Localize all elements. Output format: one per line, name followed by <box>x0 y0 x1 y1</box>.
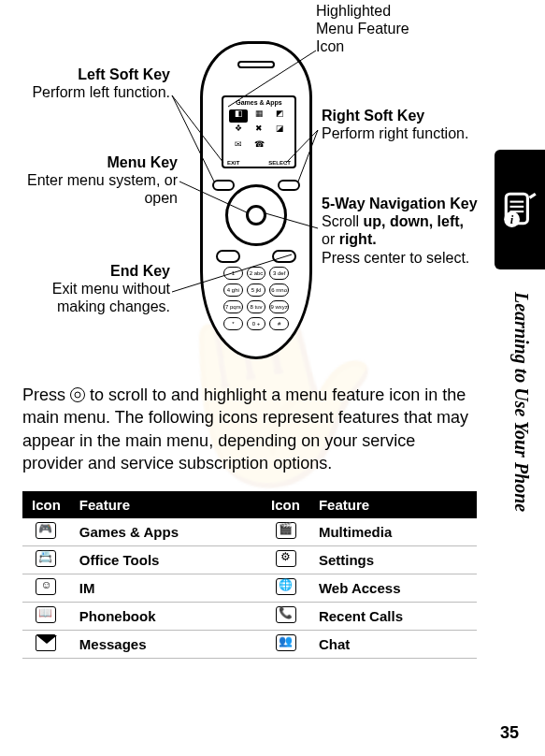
phone-info-icon: i <box>500 190 539 229</box>
office-tools-icon <box>36 550 56 567</box>
web-access-icon <box>276 578 296 595</box>
phone-diagram: Highlighted Menu Feature Icon Left Soft … <box>22 4 523 378</box>
side-section-title: Learning to Use Your Phone <box>510 292 532 694</box>
svg-line-3 <box>179 182 249 213</box>
svg-line-2 <box>172 95 223 163</box>
svg-line-7 <box>265 213 318 228</box>
feature-name: Recent Calls <box>309 603 477 631</box>
svg-line-6 <box>286 130 318 163</box>
table-row: Office Tools Settings <box>22 546 477 574</box>
feature-name: Games & Apps <box>70 518 262 546</box>
feature-name: Web Access <box>309 574 477 603</box>
feature-name: Messages <box>70 631 262 659</box>
games-icon <box>36 522 56 539</box>
multimedia-icon <box>276 522 296 539</box>
feature-name: Chat <box>309 631 477 659</box>
chat-icon <box>276 634 296 651</box>
messages-icon <box>36 634 56 651</box>
settings-icon <box>276 550 296 567</box>
side-tab-icon: i <box>495 150 545 269</box>
th-feature: Feature <box>70 491 262 518</box>
table-row: IM Web Access <box>22 574 477 603</box>
leader-lines <box>22 4 490 378</box>
im-icon <box>36 578 56 595</box>
svg-line-0 <box>228 51 316 107</box>
svg-text:i: i <box>510 213 514 226</box>
feature-name: Multimedia <box>309 518 477 546</box>
table-row: Phonebook Recent Calls <box>22 603 477 631</box>
svg-line-1 <box>172 95 214 182</box>
feature-name: IM <box>70 574 262 603</box>
svg-line-9 <box>530 194 536 197</box>
svg-line-5 <box>298 130 318 182</box>
body-text-b: to scroll to and highlight a menu featur… <box>22 385 468 472</box>
svg-line-4 <box>172 254 292 292</box>
table-row: Messages Chat <box>22 631 477 659</box>
feature-name: Office Tools <box>70 546 262 574</box>
page-number: 35 <box>500 723 519 743</box>
th-icon: Icon <box>262 491 309 518</box>
feature-name: Settings <box>309 546 477 574</box>
features-table: Icon Feature Icon Feature Games & Apps M… <box>22 491 477 659</box>
feature-name: Phonebook <box>70 603 262 631</box>
nav-icon-inline <box>70 387 85 402</box>
phonebook-icon <box>36 606 56 623</box>
body-text-a: Press <box>22 385 70 404</box>
body-paragraph: Press to scroll to and highlight a menu … <box>22 384 471 474</box>
th-feature: Feature <box>309 491 477 518</box>
recent-calls-icon <box>276 606 296 623</box>
table-row: Games & Apps Multimedia <box>22 518 477 546</box>
th-icon: Icon <box>22 491 70 518</box>
table-header-row: Icon Feature Icon Feature <box>22 491 477 518</box>
